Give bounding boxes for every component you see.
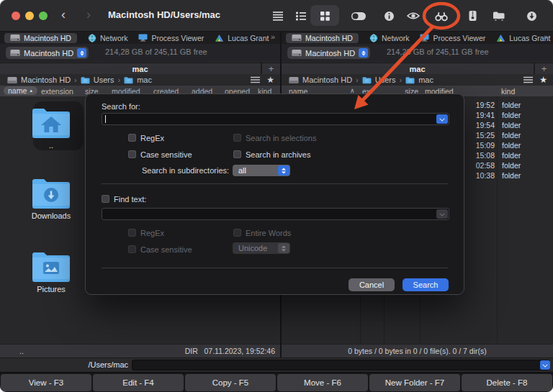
- right-drive-row: Macintosh HD 214,28 GB of 245,11 GB free: [282, 44, 553, 62]
- breadcrumb-item[interactable]: Macintosh HD: [302, 76, 352, 84]
- entire-words-label: Entire Words: [246, 229, 291, 237]
- favorites-star-icon[interactable]: ★: [266, 76, 274, 83]
- new-folder-f7-button[interactable]: New Folder - F7: [369, 374, 460, 391]
- pane-menu-icon[interactable]: [523, 76, 533, 83]
- folder-icon: [362, 76, 372, 84]
- eye-icon[interactable]: [405, 7, 422, 24]
- column-header-kind[interactable]: kind: [501, 87, 515, 96]
- search-in-subdirectories-label: Search in subdirectories:: [142, 166, 229, 175]
- left-status-bar: .. DIR 07.11.2023, 19:52:46: [0, 344, 280, 357]
- breadcrumb-separator: ›: [399, 76, 402, 84]
- toggle-hidden-files-icon[interactable]: [350, 7, 367, 24]
- drive-stepper-icon[interactable]: [77, 48, 86, 58]
- function-key-bar: View - F3 Edit - F4 Copy - F5 Move - F6 …: [0, 372, 553, 392]
- move-f6-button[interactable]: Move - F6: [277, 374, 368, 391]
- info-icon[interactable]: [380, 7, 397, 24]
- find-text-label: Find text:: [114, 195, 146, 204]
- add-tab-button[interactable]: +: [261, 63, 280, 75]
- breadcrumb-item[interactable]: Users: [375, 76, 396, 84]
- current-path-label: /Users/mac: [43, 360, 128, 369]
- tab-process-viewer[interactable]: Process Viewer: [420, 34, 485, 42]
- status-selected-item: ..: [19, 345, 24, 357]
- delete-f8-button[interactable]: Delete - F8: [462, 374, 552, 391]
- folder-icon: [81, 76, 90, 84]
- case-sensitive-label: Case sensitive: [140, 150, 192, 159]
- sort-ascending-caret-icon: ∧: [350, 87, 355, 94]
- search-input-combo: [102, 113, 449, 125]
- tab-network[interactable]: Network: [88, 34, 128, 42]
- search-in-selections-checkbox: [233, 134, 241, 142]
- list-view-icon[interactable]: [292, 7, 310, 24]
- right-drive-selector[interactable]: Macintosh HD: [287, 47, 370, 59]
- cancel-button[interactable]: Cancel: [349, 278, 395, 291]
- pictures-folder-icon: [31, 250, 71, 283]
- favorites-star-icon[interactable]: ★: [539, 76, 547, 83]
- archive-zip-icon[interactable]: [464, 7, 481, 24]
- find-regex-checkbox: [128, 229, 136, 237]
- add-tab-button[interactable]: +: [534, 63, 553, 75]
- breadcrumb-item[interactable]: Users: [94, 76, 114, 84]
- search-button[interactable]: Search: [403, 278, 449, 291]
- tab-process-viewer[interactable]: Process Viewer: [138, 34, 204, 42]
- maximize-window-button[interactable]: [39, 12, 48, 20]
- sort-ascending-icon: ▲: [29, 88, 33, 93]
- minimize-window-button[interactable]: [25, 12, 34, 20]
- close-window-button[interactable]: [12, 12, 20, 20]
- left-drive-row: Macintosh HD 214,28 GB of 245,11 GB free: [0, 44, 280, 62]
- breadcrumb-separator: ›: [117, 76, 120, 84]
- breadcrumb-item[interactable]: mac: [418, 76, 433, 84]
- folder-item-downloads[interactable]: Downloads: [12, 177, 91, 220]
- search-in-archives-label: Search in archives: [246, 150, 311, 159]
- find-text-input[interactable]: [102, 209, 449, 219]
- edit-f4-button[interactable]: Edit - F4: [93, 374, 184, 391]
- search-input[interactable]: [102, 114, 449, 124]
- folder-label: ..: [12, 141, 91, 150]
- folder-item-parent[interactable]: ..: [12, 106, 91, 150]
- left-directory-tab[interactable]: mac +: [0, 63, 280, 74]
- menu-icon[interactable]: [269, 7, 287, 24]
- back-button[interactable]: ‹: [61, 6, 66, 22]
- regex-checkbox[interactable]: [128, 134, 136, 142]
- tab-network[interactable]: Network: [369, 34, 410, 42]
- search-in-selections-label: Search in selections: [246, 134, 316, 142]
- command-history-dropdown[interactable]: [540, 360, 550, 370]
- downloads-folder-icon: [31, 177, 71, 210]
- grid-view-icon[interactable]: [316, 7, 333, 24]
- drive-stepper-icon[interactable]: [359, 48, 368, 58]
- command-input[interactable]: [132, 360, 550, 370]
- pane-menu-icon[interactable]: [251, 76, 260, 83]
- tab-macintosh-hd[interactable]: Macintosh HD: [286, 33, 359, 43]
- subdirectories-select[interactable]: all: [233, 165, 290, 176]
- dialog-divider: [102, 183, 448, 184]
- right-status-bar: 0 bytes / 0 bytes in 0 / 0 file(s). 0 / …: [282, 344, 553, 357]
- tab-overflow-chevrons[interactable]: »: [271, 32, 275, 41]
- search-for-label: Search for:: [102, 102, 140, 111]
- find-regex-label: RegEx: [140, 229, 164, 237]
- breadcrumb-item[interactable]: Macintosh HD: [21, 76, 71, 84]
- breadcrumb-item[interactable]: mac: [137, 76, 152, 84]
- view-f3-button[interactable]: View - F3: [1, 374, 91, 391]
- tab-macintosh-hd[interactable]: Macintosh HD: [4, 33, 77, 43]
- column-header-name[interactable]: name ▲: [4, 86, 37, 95]
- search-binoculars-icon[interactable]: [433, 7, 450, 24]
- forward-button[interactable]: ›: [86, 6, 91, 22]
- column-header-extension[interactable]: extension: [41, 87, 73, 96]
- encoding-select: Unicode: [233, 242, 290, 254]
- left-drive-selector[interactable]: Macintosh HD: [6, 47, 89, 59]
- drive-icon: [289, 76, 299, 84]
- right-directory-tab[interactable]: mac +: [282, 63, 553, 74]
- search-in-archives-checkbox[interactable]: [233, 150, 241, 158]
- case-sensitive-checkbox[interactable]: [128, 150, 136, 158]
- folder-icon: [124, 76, 133, 84]
- entire-words-checkbox: [233, 229, 241, 237]
- find-text-checkbox[interactable]: [102, 195, 109, 203]
- folder-icon: [405, 76, 415, 84]
- tab-overflow-chevrons[interactable]: »: [544, 32, 548, 41]
- search-history-dropdown[interactable]: [436, 114, 448, 124]
- network-folder-icon[interactable]: [490, 7, 508, 24]
- tab-lucas-grant[interactable]: Lucas Grant: [496, 34, 550, 42]
- folder-item-pictures[interactable]: Pictures: [12, 250, 91, 293]
- download-icon[interactable]: [523, 7, 540, 24]
- tab-lucas-grant[interactable]: Lucas Grant: [215, 34, 269, 42]
- copy-f5-button[interactable]: Copy - F5: [185, 374, 276, 391]
